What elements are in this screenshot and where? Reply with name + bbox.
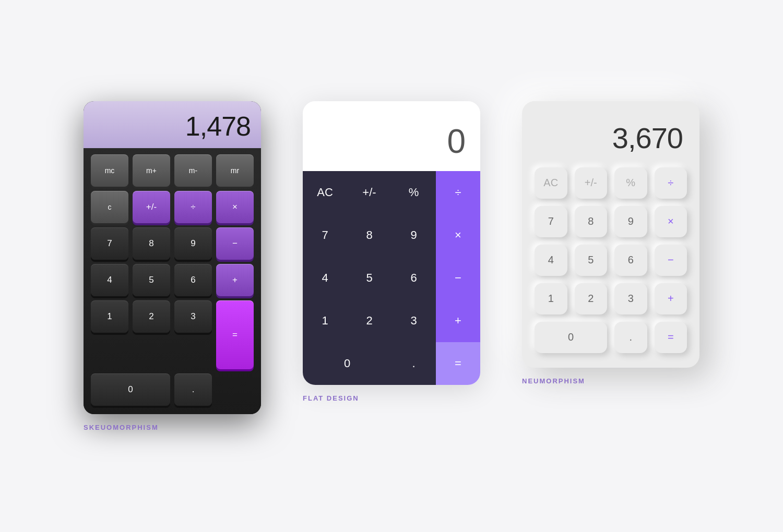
neu-grid: AC +/- % ÷ 7 8 9 × 4 5 6 − 1 2 3 + 0 <box>535 167 687 353</box>
flat-9-button[interactable]: 9 <box>392 214 436 257</box>
flat-label: FLAT DESIGN <box>303 394 359 402</box>
neu-equals-button[interactable]: = <box>655 322 687 353</box>
skeu-row-6: 0 . <box>91 373 254 406</box>
skeu-mplus-button[interactable]: m+ <box>133 154 170 187</box>
flat-divide-button[interactable]: ÷ <box>436 171 480 214</box>
flat-display: 0 <box>303 101 480 171</box>
neu-plus-button[interactable]: + <box>655 283 687 315</box>
neu-divide-button[interactable]: ÷ <box>655 167 687 199</box>
skeu-4-button[interactable]: 4 <box>91 264 128 296</box>
neu-calculator: 3,670 AC +/- % ÷ 7 8 9 × 4 5 6 − 1 2 <box>522 101 699 368</box>
skeu-row-5: 1 2 3 = <box>91 300 254 369</box>
neu-ac-button[interactable]: AC <box>535 167 567 199</box>
flat-plusminus-button[interactable]: +/- <box>347 171 392 214</box>
flat-3-button[interactable]: 3 <box>392 299 436 342</box>
neu-3-button[interactable]: 3 <box>614 283 647 315</box>
skeu-0-button[interactable]: 0 <box>91 373 170 406</box>
skeu-calculator: 1,478 mc m+ m- mr c +/- ÷ × 7 <box>84 101 261 414</box>
skeu-section: 1,478 mc m+ m- mr c +/- ÷ × 7 <box>84 101 261 431</box>
skeu-row-1: mc m+ m- mr <box>91 154 254 187</box>
flat-grid: AC +/- % ÷ 7 8 9 × 4 5 6 − 1 2 3 + 0 <box>303 171 480 385</box>
skeu-8-button[interactable]: 8 <box>133 227 170 260</box>
flat-5-button[interactable]: 5 <box>347 257 392 299</box>
neu-0-button[interactable]: 0 <box>535 322 607 353</box>
skeu-minus-button[interactable]: − <box>216 227 254 260</box>
skeu-row-2: c +/- ÷ × <box>91 191 254 223</box>
flat-plus-button[interactable]: + <box>436 299 480 342</box>
flat-4-button[interactable]: 4 <box>303 257 347 299</box>
skeu-3-button[interactable]: 3 <box>174 300 212 333</box>
skeu-display: 1,478 <box>84 101 261 148</box>
flat-7-button[interactable]: 7 <box>303 214 347 257</box>
skeu-row-4: 4 5 6 + <box>91 264 254 296</box>
flat-ac-button[interactable]: AC <box>303 171 347 214</box>
neu-minus-button[interactable]: − <box>655 245 687 276</box>
neu-multiply-button[interactable]: × <box>655 206 687 237</box>
neu-4-button[interactable]: 4 <box>535 245 567 276</box>
flat-6-button[interactable]: 6 <box>392 257 436 299</box>
skeu-2-button[interactable]: 2 <box>133 300 170 333</box>
flat-equals-button[interactable]: = <box>436 342 480 385</box>
skeu-7-button[interactable]: 7 <box>91 227 128 260</box>
flat-section: 0 AC +/- % ÷ 7 8 9 × 4 5 6 − 1 2 3 <box>303 101 480 402</box>
neu-7-button[interactable]: 7 <box>535 206 567 237</box>
neu-8-button[interactable]: 8 <box>575 206 608 237</box>
skeu-body: mc m+ m- mr c +/- ÷ × 7 8 9 − <box>84 148 261 414</box>
skeu-c-button[interactable]: c <box>91 191 128 223</box>
flat-calculator: 0 AC +/- % ÷ 7 8 9 × 4 5 6 − 1 2 3 <box>303 101 480 385</box>
flat-8-button[interactable]: 8 <box>347 214 392 257</box>
neu-dot-button[interactable]: . <box>614 322 647 353</box>
flat-2-button[interactable]: 2 <box>347 299 392 342</box>
skeu-dot-button[interactable]: . <box>174 373 212 406</box>
flat-1-button[interactable]: 1 <box>303 299 347 342</box>
neu-display: 3,670 <box>535 116 687 167</box>
main-container: 1,478 mc m+ m- mr c +/- ÷ × 7 <box>42 70 741 463</box>
skeu-6-button[interactable]: 6 <box>174 264 212 296</box>
skeu-divide-button[interactable]: ÷ <box>174 191 212 223</box>
neu-9-button[interactable]: 9 <box>614 206 647 237</box>
neu-5-button[interactable]: 5 <box>575 245 608 276</box>
flat-minus-button[interactable]: − <box>436 257 480 299</box>
skeu-mminus-button[interactable]: m- <box>174 154 212 187</box>
neu-plusminus-button[interactable]: +/- <box>575 167 608 199</box>
skeu-plusminus-button[interactable]: +/- <box>133 191 170 223</box>
neu-percent-button[interactable]: % <box>614 167 647 199</box>
skeu-plus-button[interactable]: + <box>216 264 254 296</box>
flat-multiply-button[interactable]: × <box>436 214 480 257</box>
skeu-1-button[interactable]: 1 <box>91 300 128 333</box>
skeu-multiply-button[interactable]: × <box>216 191 254 223</box>
neu-label: NEUMORPHISM <box>522 377 585 385</box>
flat-percent-button[interactable]: % <box>392 171 436 214</box>
skeu-9-button[interactable]: 9 <box>174 227 212 260</box>
neu-section: 3,670 AC +/- % ÷ 7 8 9 × 4 5 6 − 1 2 <box>522 101 699 385</box>
neu-1-button[interactable]: 1 <box>535 283 567 315</box>
flat-dot-button[interactable]: . <box>392 342 436 385</box>
skeu-mc-button[interactable]: mc <box>91 154 128 187</box>
skeu-label: SKEUOMORPHISM <box>84 424 159 431</box>
neu-2-button[interactable]: 2 <box>575 283 608 315</box>
neu-6-button[interactable]: 6 <box>614 245 647 276</box>
skeu-mr-button[interactable]: mr <box>216 154 254 187</box>
skeu-equals-button[interactable]: = <box>216 300 254 369</box>
skeu-row-3: 7 8 9 − <box>91 227 254 260</box>
flat-0-button[interactable]: 0 <box>303 342 392 385</box>
skeu-5-button[interactable]: 5 <box>133 264 170 296</box>
